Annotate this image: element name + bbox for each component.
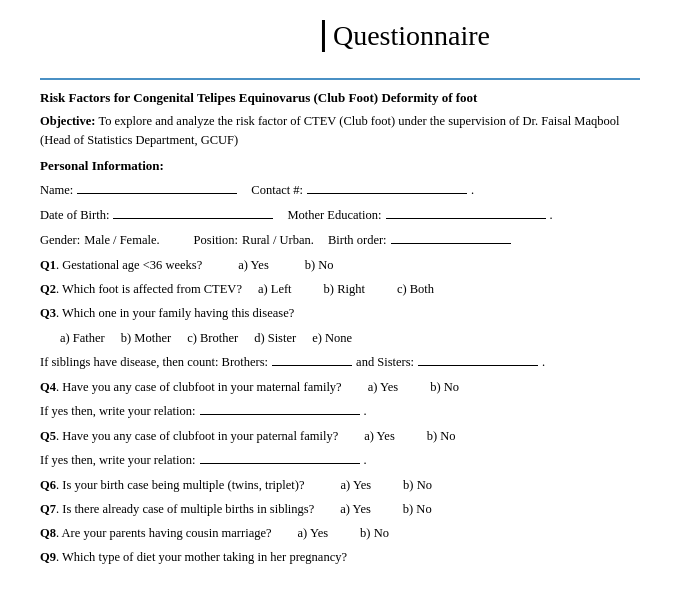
name-contact-row: Name: Contact #: . xyxy=(40,180,640,200)
gender-position-birthorder-row: Gender:Male / Female. Position: Rural / … xyxy=(40,230,640,250)
q4-opt-b: b) No xyxy=(430,377,459,397)
question-6-row: Q6. Is your birth case being multiple (t… xyxy=(40,475,640,495)
section-title: Risk Factors for Congenital Telipes Equi… xyxy=(40,90,640,106)
q2-opt-c: c) Both xyxy=(397,279,434,299)
q4-text: Q4. Have you any case of clubfoot in you… xyxy=(40,377,342,397)
birth-order-label: Birth order: xyxy=(328,230,387,250)
question-2-row: Q2. Which foot is affected from CTEV? a)… xyxy=(40,279,640,299)
q3-opt-d: d) Sister xyxy=(254,328,296,348)
q4-sub-text: If yes then, write your relation: xyxy=(40,401,196,421)
q6-text: Q6. Is your birth case being multiple (t… xyxy=(40,475,305,495)
q5-sub-row: If yes then, write your relation: . xyxy=(40,450,640,470)
personal-info-title: Personal Information: xyxy=(40,158,640,174)
gender-options: Male / Female. xyxy=(84,230,159,250)
q5-opt-b: b) No xyxy=(427,426,456,446)
q3-brothers-field[interactable] xyxy=(272,352,352,366)
q3-opt-e: e) None xyxy=(312,328,352,348)
dob-motheredu-row: Date of Birth: Mother Education: . xyxy=(40,205,640,225)
q2-opt-a: a) Left xyxy=(258,279,292,299)
q3-text: Q3. Which one in your family having this… xyxy=(40,306,294,320)
q3-opt-b: b) Mother xyxy=(121,328,171,348)
q3-opt-c: c) Brother xyxy=(187,328,238,348)
q7-text: Q7. Is there already case of multiple bi… xyxy=(40,499,314,519)
q1-opt-a: a) Yes xyxy=(238,255,269,275)
contact-field[interactable] xyxy=(307,180,467,194)
q2-opt-b: b) Right xyxy=(324,279,365,299)
objective-label: Objective: xyxy=(40,114,96,128)
q6-opt-b: b) No xyxy=(403,475,432,495)
question-8-row: Q8. Are your parents having cousin marri… xyxy=(40,523,640,543)
dob-label: Date of Birth: xyxy=(40,205,109,225)
q8-opt-b: b) No xyxy=(360,523,389,543)
q5-opt-a: a) Yes xyxy=(364,426,395,446)
question-3: Q3. Which one in your family having this… xyxy=(40,303,640,323)
q4-relation-field[interactable] xyxy=(200,401,360,415)
q5-relation-field[interactable] xyxy=(200,450,360,464)
position-label: Position: xyxy=(194,230,238,250)
q5-text: Q5. Have you any case of clubfoot in you… xyxy=(40,426,338,446)
page-title: Questionnaire xyxy=(322,20,490,52)
question-3-options: a) Father b) Mother c) Brother d) Sister… xyxy=(60,328,640,348)
name-field[interactable] xyxy=(77,180,237,194)
position-options: Rural / Urban. xyxy=(242,230,314,250)
question-5-row: Q5. Have you any case of clubfoot in you… xyxy=(40,426,640,446)
q2-text: Q2. Which foot is affected from CTEV? xyxy=(40,279,242,299)
q9-text: Q9. Which type of diet your mother takin… xyxy=(40,550,347,564)
q3-sub-text2: and Sisters: xyxy=(356,352,414,372)
objective-body: To explore and analyze the risk factor o… xyxy=(40,114,619,147)
question-9: Q9. Which type of diet your mother takin… xyxy=(40,547,640,567)
q4-opt-a: a) Yes xyxy=(368,377,399,397)
name-label: Name: xyxy=(40,180,73,200)
birth-order-field[interactable] xyxy=(391,230,511,244)
q1-text: Q1. Gestational age <36 weeks? xyxy=(40,255,202,275)
gender-label: Gender: xyxy=(40,230,80,250)
q3-sub-row: If siblings have disease, then count: Br… xyxy=(40,352,640,372)
q4-sub-row: If yes then, write your relation: . xyxy=(40,401,640,421)
question-7-row: Q7. Is there already case of multiple bi… xyxy=(40,499,640,519)
q5-sub-text: If yes then, write your relation: xyxy=(40,450,196,470)
q7-opt-b: b) No xyxy=(403,499,432,519)
q1-opt-b: b) No xyxy=(305,255,334,275)
question-4-row: Q4. Have you any case of clubfoot in you… xyxy=(40,377,640,397)
mother-edu-field[interactable] xyxy=(386,205,546,219)
contact-label: Contact #: xyxy=(251,180,303,200)
q8-opt-a: a) Yes xyxy=(298,523,329,543)
q3-opt-a: a) Father xyxy=(60,328,105,348)
question-1-row: Q1. Gestational age <36 weeks? a) Yes b)… xyxy=(40,255,640,275)
q3-sisters-field[interactable] xyxy=(418,352,538,366)
q3-sub-text: If siblings have disease, then count: Br… xyxy=(40,352,268,372)
objective-text: Objective: To explore and analyze the ri… xyxy=(40,112,640,150)
q6-opt-a: a) Yes xyxy=(341,475,372,495)
q8-text: Q8. Are your parents having cousin marri… xyxy=(40,523,272,543)
title-divider xyxy=(40,78,640,80)
q7-opt-a: a) Yes xyxy=(340,499,371,519)
mother-edu-label: Mother Education: xyxy=(287,205,381,225)
dob-field[interactable] xyxy=(113,205,273,219)
